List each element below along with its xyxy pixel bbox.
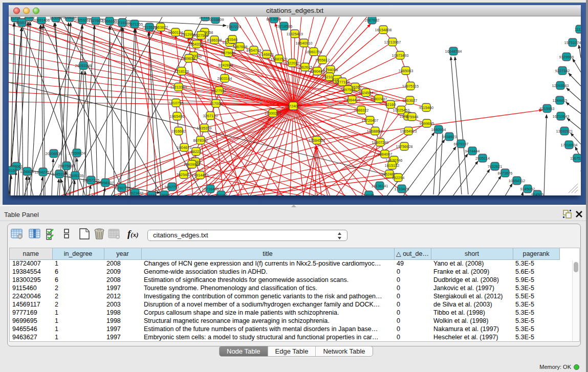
svg-text:9327509: 9327509 <box>194 33 209 38</box>
svg-text:9084067: 9084067 <box>378 152 393 157</box>
svg-text:39159: 39159 <box>9 168 17 173</box>
svg-text:9245052: 9245052 <box>520 187 535 191</box>
svg-text:12975115: 12975115 <box>402 84 419 89</box>
svg-text:3267130: 3267130 <box>203 114 218 118</box>
svg-text:10688609: 10688609 <box>367 129 384 134</box>
svg-text:1167533: 1167533 <box>570 156 581 161</box>
svg-text:7625402: 7625402 <box>177 172 191 177</box>
svg-text:157164: 157164 <box>215 193 228 195</box>
svg-text:989634: 989634 <box>183 56 195 61</box>
svg-text:1527602: 1527602 <box>89 18 103 23</box>
svg-text:2935114: 2935114 <box>475 156 490 161</box>
svg-text:924505: 924505 <box>531 192 544 195</box>
svg-text:975944: 975944 <box>406 115 419 119</box>
svg-text:12093583: 12093583 <box>552 83 569 88</box>
svg-text:10025453: 10025453 <box>393 108 410 113</box>
svg-text:17016504: 17016504 <box>561 143 578 147</box>
svg-text:1145194: 1145194 <box>52 172 67 177</box>
svg-text:12213369: 12213369 <box>170 85 187 90</box>
svg-text:9699695: 9699695 <box>420 121 434 126</box>
svg-text:9227342: 9227342 <box>555 69 570 73</box>
svg-text:6679197: 6679197 <box>454 142 469 146</box>
svg-text:15751074: 15751074 <box>564 40 581 45</box>
svg-text:92344: 92344 <box>146 193 157 195</box>
svg-text:15716485: 15716485 <box>202 187 219 191</box>
svg-text:14136: 14136 <box>364 193 375 195</box>
svg-text:1535359: 1535359 <box>197 126 212 130</box>
svg-text:18300295: 18300295 <box>265 111 281 116</box>
svg-text:1640954: 1640954 <box>431 127 446 132</box>
svg-text:1615132: 1615132 <box>385 163 400 168</box>
svg-text:16210643: 16210643 <box>553 114 570 119</box>
svg-text:16961758: 16961758 <box>306 50 322 54</box>
svg-text:9242848: 9242848 <box>219 63 233 68</box>
svg-text:19654923: 19654923 <box>400 129 417 134</box>
svg-text:9777169: 9777169 <box>335 80 350 84</box>
svg-text:16782759: 16782759 <box>114 186 130 190</box>
svg-text:29975887: 29975887 <box>58 164 75 168</box>
svg-text:1010755: 1010755 <box>169 101 184 105</box>
svg-text:10807487: 10807487 <box>371 97 387 101</box>
svg-text:19384554: 19384554 <box>309 138 325 143</box>
svg-text:8427552: 8427552 <box>212 89 227 93</box>
svg-text:203117: 203117 <box>199 17 211 19</box>
svg-text:1916682: 1916682 <box>171 129 186 134</box>
svg-text:5875685: 5875685 <box>221 51 236 55</box>
svg-text:12923448: 12923448 <box>127 191 144 195</box>
svg-text:8186328: 8186328 <box>207 38 222 42</box>
svg-text:1733426: 1733426 <box>395 187 409 191</box>
svg-text:2087682: 2087682 <box>365 18 380 23</box>
svg-text:8215953: 8215953 <box>540 106 555 111</box>
svg-text:21364436: 21364436 <box>344 98 361 102</box>
svg-text:16671355: 16671355 <box>126 22 143 27</box>
svg-text:15409948: 15409948 <box>184 162 201 167</box>
svg-text:12505135: 12505135 <box>67 173 84 178</box>
svg-text:163054: 163054 <box>50 17 62 20</box>
svg-text:7955812: 7955812 <box>315 58 330 62</box>
svg-text:1965496: 1965496 <box>170 114 185 119</box>
svg-text:20691406: 20691406 <box>33 18 50 23</box>
svg-text:7986322: 7986322 <box>354 108 369 113</box>
svg-text:1156829: 1156829 <box>20 169 34 174</box>
svg-text:11122: 11122 <box>575 27 581 32</box>
svg-text:3624554: 3624554 <box>359 91 374 95</box>
svg-text:18807249: 18807249 <box>372 140 389 145</box>
svg-text:10654112: 10654112 <box>509 179 525 183</box>
svg-text:7632621: 7632621 <box>488 164 503 169</box>
svg-text:16648784: 16648784 <box>445 49 462 54</box>
svg-text:12942757: 12942757 <box>35 170 52 174</box>
svg-text:9463627: 9463627 <box>403 98 418 103</box>
svg-text:14136141: 14136141 <box>372 184 388 188</box>
svg-text:18640910: 18640910 <box>296 41 313 46</box>
svg-text:2803144: 2803144 <box>217 76 232 81</box>
svg-text:62160: 62160 <box>385 102 396 107</box>
svg-text:20206536: 20206536 <box>46 151 62 156</box>
svg-text:9146821: 9146821 <box>259 52 274 57</box>
svg-text:18724007: 18724007 <box>285 104 302 108</box>
svg-text:417006: 417006 <box>210 101 223 106</box>
svg-text:16543362: 16543362 <box>188 42 205 47</box>
svg-text:6794028: 6794028 <box>323 68 338 72</box>
svg-text:13692921: 13692921 <box>556 129 573 134</box>
svg-text:2867608: 2867608 <box>233 45 248 49</box>
svg-text:9857791: 9857791 <box>165 185 180 189</box>
svg-text:6497568: 6497568 <box>341 87 356 92</box>
svg-text:10973493: 10973493 <box>392 53 409 58</box>
svg-text:7485063: 7485063 <box>399 69 413 73</box>
svg-text:9115460: 9115460 <box>419 105 433 110</box>
svg-text:1004673: 1004673 <box>177 145 192 150</box>
svg-text:7357224: 7357224 <box>227 25 242 29</box>
svg-text:10958107: 10958107 <box>97 181 114 185</box>
svg-text:12030: 12030 <box>159 193 170 195</box>
svg-text:83546: 83546 <box>227 37 238 42</box>
svg-text:8990448: 8990448 <box>310 69 325 74</box>
svg-text:2718126: 2718126 <box>175 69 189 74</box>
svg-text:26053346: 26053346 <box>75 63 92 68</box>
svg-text:1244415: 1244415 <box>553 98 568 103</box>
svg-text:17359924: 17359924 <box>69 151 85 156</box>
svg-text:19218586: 19218586 <box>276 24 293 29</box>
svg-text:11325419: 11325419 <box>287 32 303 36</box>
svg-text:19756928: 19756928 <box>396 144 413 149</box>
svg-text:9329966: 9329966 <box>559 55 574 59</box>
svg-text:8678342: 8678342 <box>193 138 208 143</box>
